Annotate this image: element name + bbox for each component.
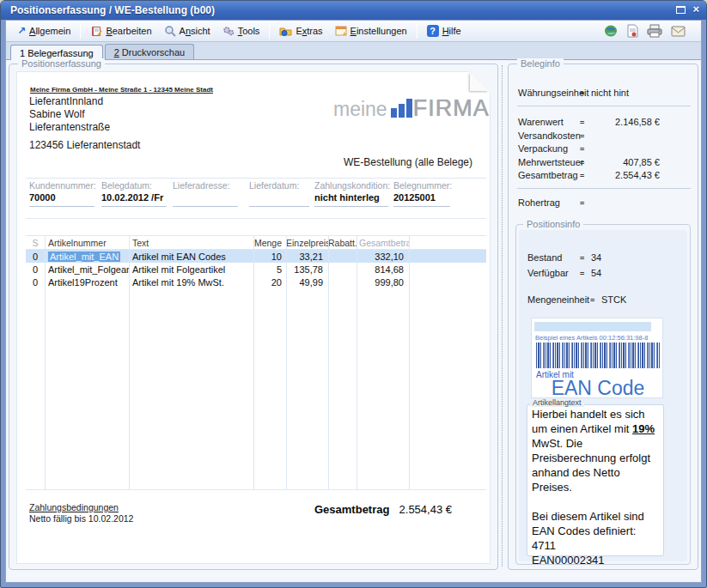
col-header-rabatt[interactable]: Rabatt.: [328, 238, 357, 248]
equals-mark: =: [580, 118, 584, 127]
equals-mark: =: [580, 199, 584, 208]
beleginfo-row: Rohertrag =: [509, 197, 698, 209]
help-icon: ?: [427, 25, 439, 37]
beleginfo-row: Versandkosten =: [509, 130, 698, 142]
beleginfo-row: Verpackung =: [509, 143, 698, 155]
col-header-text[interactable]: Text: [129, 238, 253, 248]
equals-mark: =: [580, 254, 584, 263]
printer-icon[interactable]: [647, 24, 662, 38]
menu-allgemein[interactable]: ↗ Allgemein: [11, 24, 76, 38]
recipient-address: LieferantInnland Sabine Wolf Lieferanten…: [29, 95, 110, 134]
document-info-icon[interactable]: [627, 24, 638, 38]
artikellangtext-label: Artikellangtext: [530, 398, 584, 407]
col-header-einzelpreis[interactable]: Einzelpreis: [286, 238, 328, 248]
main-area: Positionserfassung Meine Firma GmbH - Me…: [6, 60, 701, 582]
menu-label: Extras: [296, 26, 322, 36]
table-row[interactable]: 0 Artikel19Prozent Artikel mit 19% MwSt.…: [26, 276, 486, 288]
selected-cell: Artikel_mit_EAN: [48, 252, 120, 262]
group-label: Positionserfassung: [18, 58, 105, 69]
column-line: [45, 236, 46, 489]
field-kundennummer[interactable]: Kundennummer: 70000: [29, 180, 94, 213]
divider: [26, 178, 486, 179]
positionserfassung-group: Positionserfassung Meine Firma GmbH - Me…: [9, 64, 498, 570]
panel-separator: [502, 65, 503, 567]
settings-icon: [335, 25, 347, 37]
field-lieferdatum[interactable]: Lieferdatum:: [249, 180, 309, 213]
beleginfo-row: Warenwert = 2.146,58 €: [509, 117, 698, 129]
col-header-s[interactable]: S: [26, 238, 45, 248]
article-image: Beispiel eines Artikels 00:12:56:31:98-8…: [531, 318, 663, 398]
table-header: S Artikelnummer Text Menge Einzelpreis R…: [26, 236, 486, 249]
menu-hilfe[interactable]: ? Hilfe: [421, 23, 467, 39]
menu-einstellungen[interactable]: Einstellungen: [329, 23, 413, 39]
app-window: Positionserfassung / WE-Bestellung (b00)…: [0, 0, 707, 588]
field-zahlungskondition[interactable]: Zahlungskondition: nicht hinterleg: [314, 180, 388, 213]
positionsinfo-group: Positionsinfo Bestand = 34 Verfügbar = 5…: [515, 224, 691, 565]
mengeneinheit-row: Mengeneinheit = STCK: [516, 294, 690, 306]
equals-mark: =: [580, 132, 584, 141]
field-belegdatum[interactable]: Belegdatum: 10.02.2012 /Fr: [101, 180, 167, 213]
table-bottom-border: [26, 489, 486, 490]
ean-code: 4711: [532, 538, 659, 553]
beleginfo-row: Währungseinheit = nicht hint: [509, 88, 698, 100]
address-line: LieferantInnland: [29, 95, 110, 108]
address-line: Sabine Wolf: [29, 108, 110, 121]
field-lieferadresse[interactable]: Lieferadresse:: [173, 180, 238, 213]
page-fold-flap: [470, 72, 489, 91]
logo-word-firma: FIRMA: [413, 98, 490, 118]
field-belegnummer[interactable]: Belegnummer: 20125001: [393, 180, 450, 213]
barcode-line2: EAN Code: [532, 377, 664, 400]
artikellangtext-box: Hierbei handelt es sich um einen Artikel…: [527, 404, 664, 556]
table-row[interactable]: 0 Artikel_mit_EAN Artikel mit EAN Codes …: [26, 250, 486, 263]
netto-line: Netto fällig bis 10.02.2012: [29, 513, 133, 524]
beleginfo-row: Gesamtbetrag = 2.554,43 €: [509, 170, 698, 182]
menu-ansicht[interactable]: Ansicht: [158, 23, 216, 39]
globe-icon[interactable]: [604, 24, 619, 38]
document-preview: Meine Firma GmbH - Meine Straße 1 - 1234…: [16, 71, 491, 564]
col-header-gesamtbetrag[interactable]: Gesamtbetrag: [357, 238, 409, 248]
app-body: ↗ Allgemein Bearbeiten Ansicht Tools Ext…: [5, 20, 702, 583]
verfuegbar-row: Verfügbar = 54: [516, 268, 690, 280]
equals-mark: =: [580, 145, 584, 154]
tabstrip: 1 Belegerfassung 2 Druckvorschau: [6, 42, 701, 60]
menu-label: Bearbeiten: [106, 26, 151, 36]
menubar-separator: [417, 24, 417, 39]
column-line: [357, 236, 357, 489]
col-header-artikelnummer[interactable]: Artikelnummer: [45, 238, 129, 248]
toolbar-right: [604, 24, 686, 38]
group-label: Beleginfo: [517, 58, 564, 69]
menu-tools[interactable]: Tools: [216, 23, 266, 39]
equals-mark: =: [580, 270, 584, 278]
address-city-line: 123456 Lieferantenstadt: [29, 139, 140, 151]
beleginfo-row: Mehrwertsteuer = 407,85 €: [509, 157, 698, 169]
column-line: [286, 236, 287, 489]
divider: [26, 218, 486, 219]
bestand-row: Bestand = 34: [516, 252, 690, 264]
artikellangtext-paragraph: Hierbei handelt es sich um einen Artikel…: [532, 407, 659, 494]
divider: [517, 188, 691, 189]
menu-label: Ansicht: [180, 26, 210, 36]
logo-word-meine: meine: [333, 100, 387, 118]
table-row[interactable]: 0 Artikel_mit_Folgeartikel Artikel mit F…: [26, 263, 486, 276]
restore-icon[interactable]: [676, 6, 686, 14]
column-line: [129, 236, 130, 489]
menu-label: Einstellungen: [350, 26, 407, 36]
menubar: ↗ Allgemein Bearbeiten Ansicht Tools Ext…: [6, 21, 701, 42]
menu-extras[interactable]: Extras: [273, 23, 328, 39]
close-icon[interactable]: ×: [692, 3, 699, 15]
equals-mark: =: [580, 159, 584, 167]
arrow-up-right-icon: ↗: [17, 26, 26, 36]
gears-icon: [222, 25, 235, 37]
menu-bearbeiten[interactable]: Bearbeiten: [84, 23, 157, 39]
equals-mark: =: [580, 89, 584, 98]
zahlungsbedingungen-link[interactable]: Zahlungsbedingungen: [29, 502, 119, 512]
col-header-menge[interactable]: Menge: [253, 238, 286, 248]
tab-druckvorschau[interactable]: 2 Druckvorschau: [105, 44, 195, 59]
logo-bars-icon: [391, 99, 412, 118]
equals-mark: =: [580, 172, 584, 180]
mail-icon[interactable]: [671, 26, 686, 37]
ean-code: EAN00002341: [532, 553, 659, 567]
menu-label: Hilfe: [442, 26, 461, 36]
menu-label: Tools: [238, 26, 260, 36]
titlebar: Positionserfassung / WE-Bestellung (b00)…: [1, 1, 706, 20]
